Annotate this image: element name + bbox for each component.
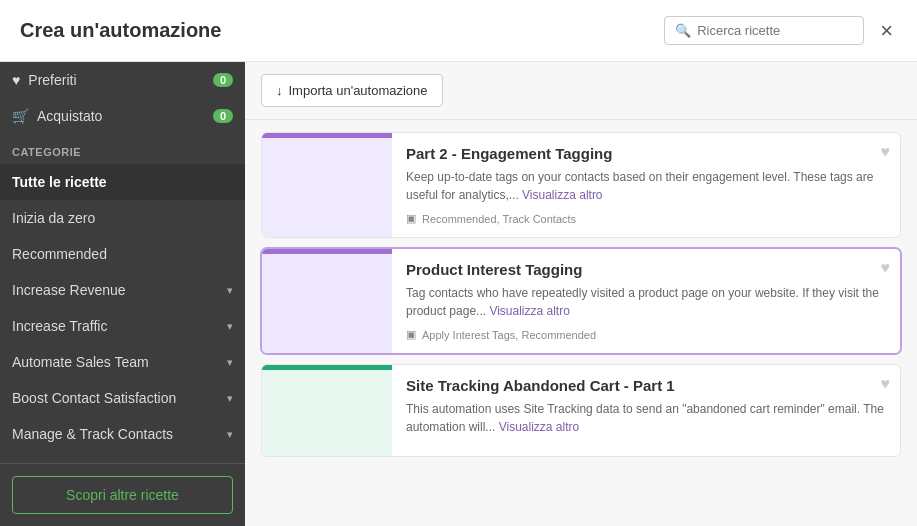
recipe-card-3[interactable]: Site Tracking Abandoned Cart - Part 1Thi… [261, 364, 901, 457]
close-button[interactable]: × [876, 20, 897, 42]
search-input[interactable] [697, 23, 853, 38]
recipes-list: Part 2 - Engagement TaggingKeep up-to-da… [245, 120, 917, 526]
explore-recipes-button[interactable]: Scopri altre ricette [12, 476, 233, 514]
recipe-read-more-link-3[interactable]: Visualizza altro [499, 420, 579, 434]
sidebar-nav-label-7: Manage & Track Contacts [12, 426, 173, 442]
sidebar-nav-item-2[interactable]: Recommended [0, 236, 245, 272]
sidebar-purchased-label: Acquistato [37, 108, 102, 124]
favorites-badge: 0 [213, 73, 233, 87]
recipe-thumbnail-3 [262, 365, 392, 456]
recipe-description-3: This automation uses Site Tracking data … [406, 400, 886, 436]
import-label: Importa un'automazione [289, 83, 428, 98]
recipe-thumbnail-2 [262, 249, 392, 353]
content-area: ↓ Importa un'automazione Part 2 - Engage… [245, 62, 917, 526]
modal-header: Crea un'automazione 🔍 × [0, 0, 917, 62]
modal-body: ♥ Preferiti 0 🛒 Acquistato 0 CATEGORIE T… [0, 62, 917, 526]
recipe-card-1[interactable]: Part 2 - Engagement TaggingKeep up-to-da… [261, 132, 901, 238]
chevron-down-icon: ▾ [227, 320, 233, 333]
cart-icon: 🛒 [12, 108, 29, 124]
sidebar-item-favorites[interactable]: ♥ Preferiti 0 [0, 62, 245, 98]
favorite-button-3[interactable]: ♥ [881, 375, 891, 393]
thumb-top-bar [262, 365, 392, 370]
chevron-down-icon: ▾ [227, 284, 233, 297]
sidebar-nav-item-7[interactable]: Manage & Track Contacts▾ [0, 416, 245, 452]
chevron-down-icon: ▾ [227, 356, 233, 369]
sidebar-nav-label-0: Tutte le ricette [12, 174, 107, 190]
recipe-info-2: Product Interest TaggingTag contacts who… [392, 249, 900, 353]
purchased-badge: 0 [213, 109, 233, 123]
sidebar-nav-label-6: Boost Contact Satisfaction [12, 390, 176, 406]
recipe-title-2: Product Interest Tagging [406, 261, 886, 278]
sidebar-item-purchased[interactable]: 🛒 Acquistato 0 [0, 98, 245, 134]
modal-title: Crea un'automazione [20, 19, 221, 42]
sidebar-nav-item-5[interactable]: Automate Sales Team▾ [0, 344, 245, 380]
sidebar-nav-item-3[interactable]: Increase Revenue▾ [0, 272, 245, 308]
sidebar-favorites-label: Preferiti [28, 72, 76, 88]
recipe-description-2: Tag contacts who have repeatedly visited… [406, 284, 886, 320]
chevron-down-icon: ▾ [227, 392, 233, 405]
sidebar-nav-label-2: Recommended [12, 246, 107, 262]
sidebar-nav-item-6[interactable]: Boost Contact Satisfaction▾ [0, 380, 245, 416]
recipe-info-1: Part 2 - Engagement TaggingKeep up-to-da… [392, 133, 900, 237]
import-automation-button[interactable]: ↓ Importa un'automazione [261, 74, 443, 107]
recipe-description-1: Keep up-to-date tags on your contacts ba… [406, 168, 886, 204]
favorite-button-1[interactable]: ♥ [881, 143, 891, 161]
sidebar-nav: Tutte le ricetteInizia da zeroRecommende… [0, 164, 245, 452]
heart-icon: ♥ [12, 72, 20, 88]
sidebar-nav-label-3: Increase Revenue [12, 282, 126, 298]
recipe-title-1: Part 2 - Engagement Tagging [406, 145, 886, 162]
thumb-top-bar [262, 133, 392, 138]
thumb-top-bar [262, 249, 392, 254]
sidebar-nav-item-0[interactable]: Tutte le ricette [0, 164, 245, 200]
tag-icon: ▣ [406, 328, 416, 341]
sidebar-nav-label-4: Increase Traffic [12, 318, 107, 334]
recipe-read-more-link-1[interactable]: Visualizza altro [522, 188, 602, 202]
recipe-tag-text-2: Apply Interest Tags, Recommended [422, 329, 596, 341]
favorite-button-2[interactable]: ♥ [881, 259, 891, 277]
recipe-title-3: Site Tracking Abandoned Cart - Part 1 [406, 377, 886, 394]
modal: Crea un'automazione 🔍 × ♥ Preferiti 0 🛒 … [0, 0, 917, 526]
recipe-tag-text-1: Recommended, Track Contacts [422, 213, 576, 225]
sidebar-nav-item-4[interactable]: Increase Traffic▾ [0, 308, 245, 344]
chevron-down-icon: ▾ [227, 428, 233, 441]
import-icon: ↓ [276, 83, 283, 98]
sidebar-nav-label-5: Automate Sales Team [12, 354, 149, 370]
recipe-thumbnail-1 [262, 133, 392, 237]
sidebar-categories-label: CATEGORIE [0, 134, 245, 164]
search-box[interactable]: 🔍 [664, 16, 864, 45]
sidebar-nav-item-1[interactable]: Inizia da zero [0, 200, 245, 236]
recipe-tags-2: ▣Apply Interest Tags, Recommended [406, 328, 886, 341]
header-right: 🔍 × [664, 16, 897, 45]
content-toolbar: ↓ Importa un'automazione [245, 62, 917, 120]
recipe-read-more-link-2[interactable]: Visualizza altro [489, 304, 569, 318]
recipe-info-3: Site Tracking Abandoned Cart - Part 1Thi… [392, 365, 900, 456]
recipe-card-2[interactable]: Product Interest TaggingTag contacts who… [261, 248, 901, 354]
sidebar-footer: Scopri altre ricette [0, 463, 245, 526]
sidebar-nav-label-1: Inizia da zero [12, 210, 95, 226]
sidebar: ♥ Preferiti 0 🛒 Acquistato 0 CATEGORIE T… [0, 62, 245, 526]
recipe-tags-1: ▣Recommended, Track Contacts [406, 212, 886, 225]
tag-icon: ▣ [406, 212, 416, 225]
search-icon: 🔍 [675, 23, 691, 38]
